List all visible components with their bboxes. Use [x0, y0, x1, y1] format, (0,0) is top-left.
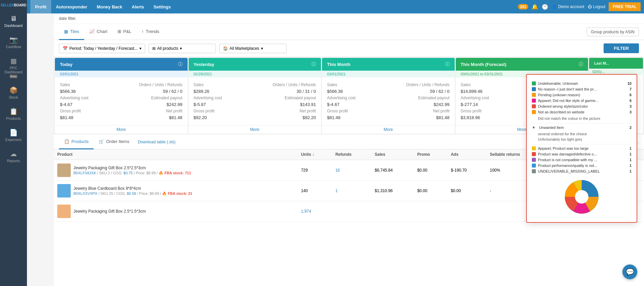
- popup-color-undeliverable: [532, 81, 536, 85]
- download-table-link[interactable]: Download table (.xls): [138, 140, 175, 144]
- stat-card-thismonth: This Month ⓘ 03/01/2021 Sales Orders / U…: [322, 58, 455, 134]
- notification-badge[interactable]: 201: [518, 4, 528, 9]
- view-tabs-bar: ▦ Tiles 📈 Chart ⊞ P&L ↑ Trends Group pro…: [54, 24, 644, 40]
- stat-card-thismonth-header: This Month ⓘ: [322, 58, 455, 71]
- cog-link-1[interactable]: $0.75: [124, 171, 133, 175]
- marketplace-filter[interactable]: 🏠 All Marketplaces ▾: [219, 44, 287, 53]
- sales-cell-1: $6,745.84: [372, 160, 414, 181]
- popup-item-damaged: Product was damaged/defective o... 1: [532, 152, 632, 156]
- popup-item-too-large: Apparel; Product was too large 1: [532, 146, 632, 150]
- fba-badge-2: 🔥 FBA stock: 21: [162, 191, 192, 195]
- nav-settings[interactable]: Settings: [149, 0, 175, 13]
- promo-cell-2: $0.00: [414, 181, 448, 201]
- period-filter[interactable]: 📅 Period: Today / Yesterday / Forecast..…: [59, 44, 145, 53]
- stat-today-more[interactable]: More: [55, 125, 188, 134]
- info-icon[interactable]: ⓘ: [579, 61, 583, 67]
- home-icon: 🏠: [223, 46, 228, 51]
- stat-yesterday-date: 02/28/2021: [189, 71, 321, 77]
- expand-icon[interactable]: ▼: [532, 126, 536, 130]
- clock-icon: 🔔: [532, 4, 538, 10]
- sales-cell-2: $1,310.96: [372, 181, 414, 201]
- filter-button[interactable]: FILTER: [604, 43, 639, 53]
- ppc-icon: ▦: [10, 57, 17, 65]
- nav-alerts[interactable]: Alerts: [127, 0, 149, 13]
- sidebar-item-label: Stock: [9, 95, 18, 99]
- info-icon[interactable]: ⓘ: [178, 61, 183, 67]
- user-icon: 👤: [552, 4, 557, 9]
- sidebar-item-products[interactable]: 📋 Products: [0, 103, 27, 124]
- tab-chart[interactable]: 📈 Chart: [84, 24, 112, 40]
- popup-color-pending: [532, 93, 536, 97]
- info-icon[interactable]: ⓘ: [312, 61, 316, 67]
- filter-bar: 📅 Period: Today / Yesterday / Forecast..…: [54, 40, 644, 57]
- trends-icon: ↑: [141, 29, 144, 34]
- nav-moneyback[interactable]: Money Back: [92, 0, 127, 13]
- units-cell-2: 140: [298, 181, 332, 201]
- calendar-icon: 📅: [63, 46, 68, 51]
- popup-divider-1: [532, 123, 632, 123]
- popup-item-incompatible: Product is not compatible with my ... 1: [532, 158, 632, 162]
- sidebar-item-dashboard[interactable]: 🖥 Dashboard: [0, 11, 27, 32]
- sidebar-item-label: Products: [6, 116, 21, 120]
- stat-yesterday-body: Sales Orders / Units / Refunds $289.26 3…: [189, 77, 321, 125]
- grid-icon: ⊞: [152, 46, 156, 51]
- pie-chart-container: [532, 177, 632, 217]
- sidebar-item-stock[interactable]: 📦 Stock: [0, 82, 27, 103]
- chevron-down-icon: ▾: [180, 46, 182, 51]
- sidebar-item-reports[interactable]: ☁ Reports: [0, 146, 27, 167]
- popup-item-apparel-style: Apparel; Did not like style of garme... …: [532, 99, 632, 103]
- cog-label-2: COG:: [116, 191, 126, 195]
- stat-card-yesterday-header: Yesterday ⓘ: [189, 58, 321, 71]
- stat-thismonth-more[interactable]: More: [322, 125, 455, 134]
- sidebar-item-expenses[interactable]: 📄 Expenses: [0, 124, 27, 146]
- sidebar-item-label: Cashflow: [6, 45, 21, 49]
- popup-color-not-described: [532, 110, 536, 114]
- top-navigation: Profit Autoresponder Money Back Alerts S…: [27, 0, 644, 13]
- nav-right: 201 🔔 🕐 👤 Demo account ⏻ Logout FREE TRI…: [518, 2, 641, 11]
- popup-color-missing-label: [532, 169, 536, 173]
- sidebar-item-label: Expenses: [5, 138, 22, 142]
- product-image-2: [57, 184, 71, 198]
- free-trial-button[interactable]: FREE TRIAL: [609, 2, 641, 11]
- popup-item-unwanted[interactable]: ▼ Unwanted Item 2: [532, 126, 632, 130]
- demo-account-link[interactable]: 👤 Demo account: [552, 4, 584, 9]
- nav-autoresponder[interactable]: Autoresponder: [51, 0, 92, 13]
- info-icon[interactable]: ⓘ: [445, 61, 450, 67]
- tab-products[interactable]: 📋 Products: [59, 135, 94, 149]
- tab-pl[interactable]: ⊞ P&L: [112, 24, 137, 40]
- stat-thismonth-date: 03/01/2021: [322, 71, 455, 77]
- chevron-down-icon: ▾: [261, 46, 263, 51]
- tab-trends[interactable]: ↑ Trends: [136, 24, 164, 40]
- chart-icon: 📈: [89, 29, 95, 34]
- logout-link[interactable]: ⏻ Logout: [588, 4, 606, 9]
- time-icon: 🕐: [542, 4, 548, 10]
- products-tab-icon: 📋: [64, 139, 69, 144]
- product-asin-link-2[interactable]: B0XLXXVXPX: [73, 191, 97, 195]
- sidebar: SELLERBOARD 🖥 Dashboard 📷 Cashflow ▦ PPC…: [0, 0, 27, 286]
- units-cell-1: 729: [298, 160, 332, 181]
- product-asin-link-1[interactable]: B0XLFX8JXK: [73, 171, 96, 175]
- product-info-3: Jewelry Packaging Gift Box 2.5*1.5*3cm: [73, 209, 146, 214]
- chat-bubble[interactable]: 💬: [622, 264, 637, 279]
- promo-cell-1: $0.00: [414, 160, 448, 181]
- popup-color-wrong-style: [532, 104, 536, 108]
- refunds-link-2[interactable]: 1: [335, 188, 338, 193]
- cog-link-2[interactable]: $0.58: [127, 191, 136, 195]
- popup-item-missing-label: UNDELIVERABLE_MISSING_LABEL 1: [532, 169, 632, 173]
- col-sales: Sales: [372, 149, 414, 160]
- expenses-icon: 📄: [9, 129, 18, 137]
- sidebar-item-cashflow[interactable]: 📷 Cashflow: [0, 32, 27, 53]
- group-by-asin-button[interactable]: Group products by ASIN: [587, 28, 639, 36]
- col-ads: Ads: [447, 149, 486, 160]
- stat-yesterday-more[interactable]: More: [189, 125, 321, 134]
- product-cell-1: Jewelry Packaging Gift Box 2.5*2.5*3cm B…: [54, 160, 298, 181]
- products-filter[interactable]: ⊞ All products ▾: [149, 44, 216, 53]
- fba-badge-1: 🔥 FBA stock: 711: [159, 171, 191, 175]
- nav-profit[interactable]: Profit: [30, 0, 51, 13]
- refunds-link-1[interactable]: 16: [335, 168, 340, 173]
- tab-tiles[interactable]: ▦ Tiles: [59, 24, 84, 40]
- pl-icon: ⊞: [118, 29, 121, 34]
- tab-order-items[interactable]: 🛒 Order Items: [94, 135, 134, 149]
- sidebar-item-ppc[interactable]: ▦ PPC DashboardBeta: [0, 53, 27, 82]
- col-promo: Promo: [414, 149, 448, 160]
